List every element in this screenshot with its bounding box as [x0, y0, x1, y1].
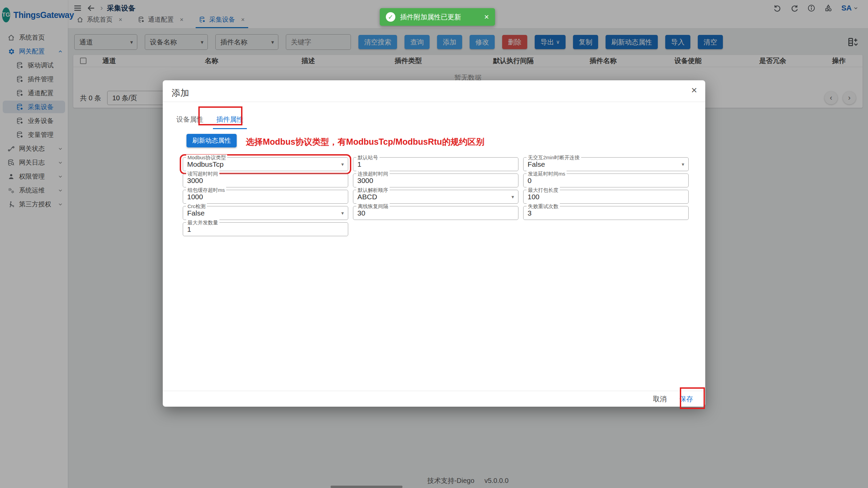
plugin-properties-form: Modbus协议类型 ModbusTcp ▾ 默认站号 1 无交互2min时断开…	[183, 157, 689, 236]
check-circle-icon: ✓	[386, 12, 395, 22]
dialog-divider	[163, 102, 705, 102]
cancel-button[interactable]: 取消	[653, 394, 667, 404]
field-retry-count[interactable]: 失败重试次数 3	[523, 206, 689, 220]
caret-down-icon: ▾	[341, 161, 344, 167]
field-pack-cache-timeout-ms[interactable]: 组包缓存超时ms 1000	[183, 190, 348, 204]
field-offline-recovery-interval[interactable]: 离线恢复间隔 30	[353, 206, 518, 220]
caret-down-icon: ▾	[341, 210, 344, 216]
field-modbus-protocol-type[interactable]: Modbus协议类型 ModbusTcp ▾	[183, 157, 348, 171]
annotation-text: 选择Modbus协议类型，有ModbusTcp/ModbusRtu的规约区别	[246, 136, 485, 147]
tab-plugin-properties[interactable]: 插件属性	[213, 113, 247, 129]
dialog-close-icon[interactable]: ×	[691, 85, 697, 95]
field-send-delay-ms[interactable]: 发送延时时间ms 0	[523, 174, 689, 187]
field-disconnect-when-idle[interactable]: 无交互2min时断开连接 False ▾	[523, 157, 689, 171]
success-toast: ✓ 插件附加属性已更新 ×	[380, 8, 495, 26]
field-max-pack-length[interactable]: 最大打包长度 100	[523, 190, 689, 204]
refresh-dynamic-props-dialog-button[interactable]: 刷新动态属性	[186, 134, 237, 147]
toast-message: 插件附加属性已更新	[400, 13, 461, 22]
field-connect-timeout[interactable]: 连接超时时间 3000	[353, 174, 518, 187]
field-max-concurrency[interactable]: 最大并发数量 1	[183, 222, 348, 236]
field-crc-check[interactable]: Crc检测 False ▾	[183, 206, 348, 220]
toast-close-icon[interactable]: ×	[484, 12, 489, 22]
dialog-footer: 取消 保存	[163, 391, 705, 407]
field-default-station[interactable]: 默认站号 1	[353, 157, 518, 171]
field-rw-timeout[interactable]: 读写超时时间 3000	[183, 174, 348, 187]
tab-device-properties[interactable]: 设备属性	[173, 113, 207, 129]
dialog-title: 添加	[172, 87, 189, 99]
caret-down-icon: ▾	[511, 194, 514, 200]
add-device-dialog: 添加 × 设备属性 插件属性 刷新动态属性 选择Modbus协议类型，有Modb…	[163, 80, 705, 407]
field-default-parse-order[interactable]: 默认解析顺序 ABCD ▾	[353, 190, 518, 204]
save-button[interactable]: 保存	[679, 394, 693, 404]
caret-down-icon: ▾	[682, 161, 684, 167]
dialog-tabs: 设备属性 插件属性	[173, 113, 247, 129]
